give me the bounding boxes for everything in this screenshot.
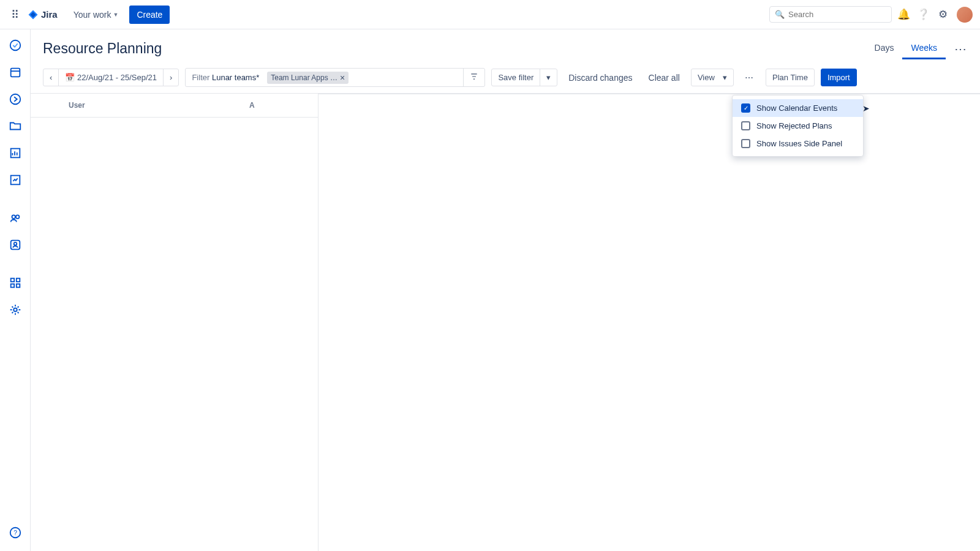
filter-icon[interactable] — [463, 69, 484, 86]
chip-remove-icon[interactable]: × — [340, 73, 345, 83]
col-user-label: User — [69, 101, 249, 110]
search-icon: 🔍 — [775, 10, 785, 19]
left-header-row: User A — [31, 94, 318, 118]
plan-time-button[interactable]: Plan Time — [766, 69, 815, 86]
view-options-menu: ✓ Show Calendar Events Show Rejected Pla… — [732, 95, 864, 157]
page-more-icon[interactable]: ⋯ — [954, 42, 968, 56]
settings-icon[interactable]: ⚙ — [935, 7, 951, 23]
col-a-label: A — [249, 101, 311, 110]
menu-show-rejected-plans[interactable]: Show Rejected Plans — [733, 117, 863, 135]
svg-text:?: ? — [13, 530, 17, 536]
grid-right-panel[interactable]: ✓ Show Calendar Events Show Rejected Pla… — [318, 94, 980, 551]
svg-point-14 — [13, 308, 17, 312]
side-rail: ? — [0, 29, 31, 551]
date-range-picker: ‹ 📅 22/Aug/21 - 25/Sep/21 › — [43, 69, 179, 86]
chevron-down-icon: ▼ — [113, 12, 118, 18]
save-filter-group: Save filter ▾ — [491, 69, 557, 86]
filter-chip-team[interactable]: Team Lunar Apps …× — [267, 72, 349, 84]
notifications-icon[interactable]: 🔔 — [895, 7, 911, 23]
resource-grid: User A ✓ Show Calendar Events — [31, 94, 980, 551]
rail-planning-icon[interactable] — [8, 38, 23, 53]
grid-left-panel: User A — [31, 94, 318, 551]
svg-rect-10 — [10, 279, 14, 282]
rail-report-icon[interactable] — [8, 173, 23, 187]
discard-changes-link[interactable]: Discard changes — [564, 69, 637, 86]
rail-folder-icon[interactable] — [8, 119, 23, 133]
menu-show-calendar-events[interactable]: ✓ Show Calendar Events — [733, 99, 863, 117]
view-tabs: Days Weeks — [866, 38, 946, 59]
rail-person-icon[interactable] — [8, 238, 23, 252]
filter-box: Filter Lunar teams* Team Lunar Apps …× — [185, 68, 485, 87]
app-switcher-icon[interactable]: ⠿ — [7, 6, 23, 24]
help-icon[interactable]: ❔ — [915, 7, 931, 23]
checkbox-checked-icon: ✓ — [741, 103, 750, 113]
filter-label: Filter — [192, 73, 209, 82]
svg-rect-1 — [10, 69, 20, 77]
checkbox-icon — [741, 121, 750, 130]
profile-avatar[interactable] — [957, 7, 973, 23]
svg-point-0 — [10, 40, 20, 51]
view-dropdown-button[interactable]: View ▾ — [691, 69, 734, 86]
menu-show-issues-side-panel[interactable]: Show Issues Side Panel — [733, 135, 863, 152]
tab-weeks[interactable]: Weeks — [902, 38, 946, 59]
toolbar: ‹ 📅 22/Aug/21 - 25/Sep/21 › Filter Lunar… — [31, 62, 980, 94]
nav-item-your-work[interactable]: Your work ▼ — [70, 7, 123, 22]
search-box[interactable]: 🔍 — [769, 6, 892, 23]
create-button[interactable]: Create — [129, 6, 170, 24]
svg-point-7 — [15, 215, 18, 219]
svg-rect-13 — [16, 284, 20, 288]
rail-chart-icon[interactable] — [8, 146, 23, 160]
svg-point-6 — [12, 215, 15, 219]
date-range-button[interactable]: 📅 22/Aug/21 - 25/Sep/21 — [59, 69, 164, 86]
svg-point-3 — [10, 94, 20, 105]
page-title: Resource Planning — [43, 40, 162, 57]
rail-team-icon[interactable] — [8, 211, 23, 225]
rail-calendar-icon[interactable] — [8, 65, 23, 80]
date-prev-button[interactable]: ‹ — [43, 69, 59, 86]
import-button[interactable]: Import — [821, 69, 857, 86]
clear-all-link[interactable]: Clear all — [644, 69, 685, 86]
tab-days[interactable]: Days — [866, 38, 903, 59]
search-input[interactable] — [788, 10, 886, 19]
rail-apps-grid-icon[interactable] — [8, 276, 23, 290]
date-next-button[interactable]: › — [164, 69, 178, 86]
svg-rect-11 — [16, 279, 20, 282]
top-nav: ⠿ Jira Your work ▼ Create 🔍 🔔 ❔ ⚙ — [0, 0, 980, 29]
save-filter-button[interactable]: Save filter — [492, 69, 540, 86]
svg-rect-12 — [10, 284, 14, 288]
rail-expand-icon[interactable] — [8, 92, 23, 107]
calendar-header — [318, 94, 980, 94]
toolbar-more-icon[interactable]: ⋯ — [740, 69, 760, 86]
page-header: Resource Planning Days Weeks ⋯ — [31, 29, 980, 62]
jira-logo[interactable]: Jira — [26, 9, 62, 20]
save-filter-dropdown[interactable]: ▾ — [540, 69, 557, 86]
checkbox-icon — [741, 139, 750, 148]
rail-gear-icon[interactable] — [8, 302, 23, 317]
svg-point-9 — [13, 242, 17, 246]
cursor-icon: ➤ — [862, 103, 870, 113]
rail-help-icon[interactable]: ? — [8, 525, 23, 540]
